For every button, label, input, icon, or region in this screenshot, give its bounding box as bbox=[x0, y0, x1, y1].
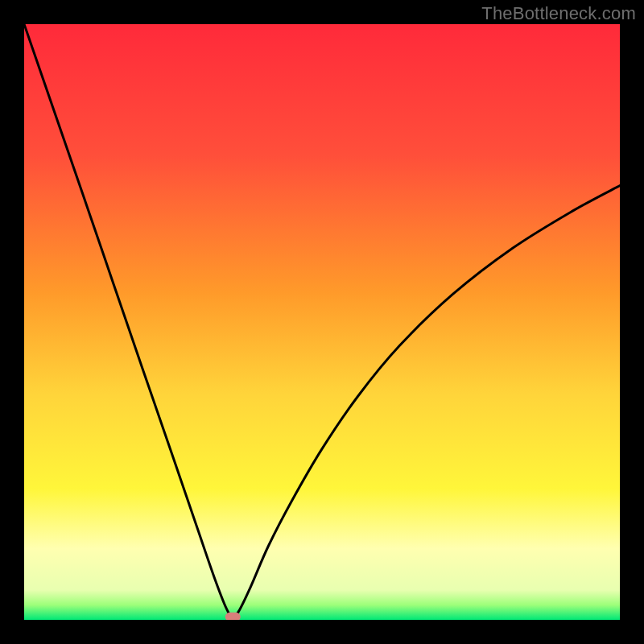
minimum-marker bbox=[225, 613, 241, 620]
curve-layer bbox=[24, 24, 620, 620]
chart-frame: TheBottleneck.com bbox=[0, 0, 644, 644]
bottleneck-curve bbox=[24, 24, 620, 617]
watermark-text: TheBottleneck.com bbox=[481, 3, 636, 24]
plot-area bbox=[24, 24, 620, 620]
